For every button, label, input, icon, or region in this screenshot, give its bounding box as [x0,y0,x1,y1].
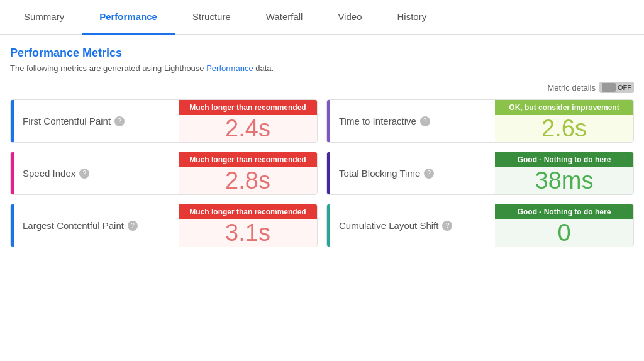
toggle-box [602,83,616,92]
tab-history[interactable]: History [379,0,444,35]
metric-value-box-tti: OK, but consider improvement 2.6s [495,100,633,142]
metric-name-lcp: Largest Contentful Paint ? [23,220,170,231]
fcp-badge: Much longer than recommended [179,100,317,115]
metric-info-si: Speed Index ? [14,152,179,194]
metric-info-tti: Time to Interactive ? [330,100,495,142]
toggle-state: OFF [618,84,631,91]
si-badge: Much longer than recommended [179,152,317,167]
metric-value-box-lcp: Much longer than recommended 3.1s [179,204,317,247]
metric-value-box-si: Much longer than recommended 2.8s [179,152,317,194]
section-subtitle: The following metrics are generated usin… [10,64,634,73]
fcp-help-icon[interactable]: ? [114,116,125,126]
metric-name-fcp: First Contentful Paint ? [23,116,170,126]
metric-details-label: Metric details [547,83,596,92]
metric-name-si: Speed Index ? [23,168,170,179]
metric-name-tbt: Total Blocking Time ? [339,168,486,179]
metric-card-si: Speed Index ? Much longer than recommend… [10,152,318,195]
performance-link[interactable]: Performance [206,64,253,73]
cls-value: 0 [495,219,633,247]
metric-card-lcp: Largest Contentful Paint ? Much longer t… [10,204,318,247]
metric-card-fcp: First Contentful Paint ? Much longer tha… [10,99,318,143]
tti-help-icon[interactable]: ? [420,116,430,126]
metric-info-cls: Cumulative Layout Shift ? [330,204,495,247]
metric-info-fcp: First Contentful Paint ? [14,100,179,142]
lcp-value: 3.1s [179,219,317,247]
si-help-icon[interactable]: ? [79,169,89,179]
tti-badge: OK, but consider improvement [495,100,633,115]
metric-details-toggle[interactable]: OFF [599,82,634,93]
metric-value-box-fcp: Much longer than recommended 2.4s [179,100,317,142]
tbt-help-icon[interactable]: ? [424,169,434,179]
metric-info-tbt: Total Blocking Time ? [330,152,495,194]
tab-performance[interactable]: Performance [82,0,175,35]
metric-value-box-tbt: Good - Nothing to do here 38ms [495,152,633,194]
tab-video[interactable]: Video [320,0,379,35]
metric-name-tti: Time to Interactive ? [339,116,486,126]
main-content: Performance Metrics The following metric… [0,35,644,258]
tab-waterfall[interactable]: Waterfall [248,0,321,35]
tti-value: 2.6s [495,115,633,142]
tab-structure[interactable]: Structure [175,0,248,35]
metric-details-row: Metric details OFF [10,82,634,93]
metric-info-lcp: Largest Contentful Paint ? [14,204,179,247]
metrics-grid: First Contentful Paint ? Much longer tha… [10,99,634,247]
si-value: 2.8s [179,167,317,194]
cls-badge: Good - Nothing to do here [495,204,633,219]
cls-help-icon[interactable]: ? [442,221,452,231]
section-title: Performance Metrics [10,47,634,60]
metric-name-cls: Cumulative Layout Shift ? [339,220,486,231]
tab-summary[interactable]: Summary [6,0,82,35]
tbt-value: 38ms [495,167,633,194]
metric-card-cls: Cumulative Layout Shift ? Good - Nothing… [326,204,634,247]
metric-card-tti: Time to Interactive ? OK, but consider i… [326,99,634,143]
metric-value-box-cls: Good - Nothing to do here 0 [495,204,633,247]
metric-card-tbt: Total Blocking Time ? Good - Nothing to … [326,152,634,195]
lcp-help-icon[interactable]: ? [128,221,138,231]
tbt-badge: Good - Nothing to do here [495,152,633,167]
lcp-badge: Much longer than recommended [179,204,317,219]
fcp-value: 2.4s [179,115,317,142]
tab-bar: Summary Performance Structure Waterfall … [0,0,644,35]
